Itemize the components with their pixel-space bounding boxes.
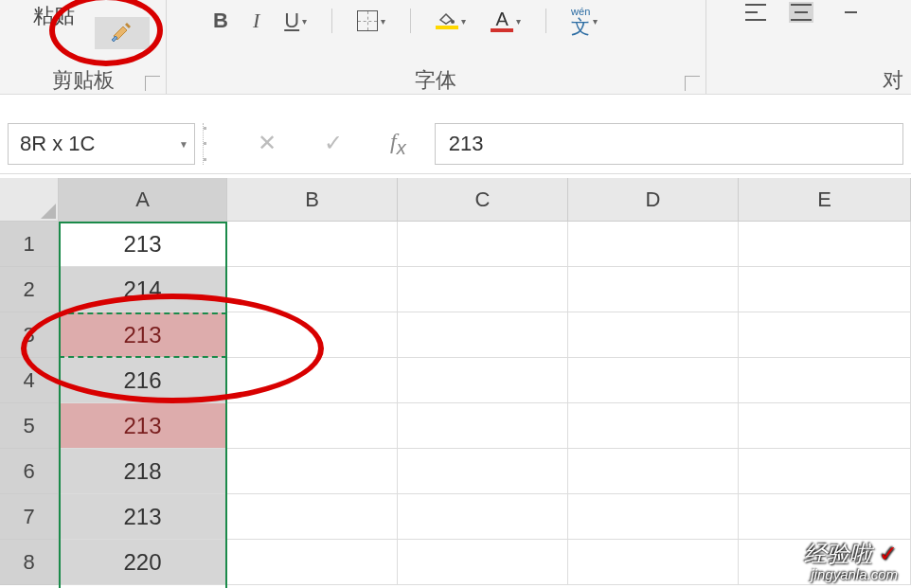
font-color-icon: A (491, 9, 513, 32)
format-painter-button[interactable] (95, 17, 150, 49)
clipboard-group-label: 剪贴板 (0, 66, 166, 95)
name-box[interactable]: 8R x 1C ▼ (8, 123, 195, 165)
formula-input[interactable]: 213 (435, 123, 903, 165)
wen-icon: wén 文 (571, 7, 590, 36)
svg-point-0 (451, 20, 455, 24)
cell-c8[interactable] (398, 540, 568, 585)
cell-a5[interactable]: 213 (59, 403, 227, 449)
cell-d6[interactable] (568, 449, 739, 494)
font-group-label: 字体 (166, 66, 706, 95)
cell-a7[interactable]: 213 (59, 494, 227, 540)
row-headers: 1 2 3 4 5 6 7 8 (0, 222, 59, 585)
cell-d4[interactable] (568, 358, 739, 403)
cell-c3[interactable] (398, 312, 568, 358)
dropdown-icon: ▾ (593, 16, 598, 27)
dropdown-icon: ▾ (461, 16, 466, 27)
cells: 213 214 213 216 213 (59, 222, 911, 585)
cell-e2[interactable] (739, 267, 911, 312)
brush-icon (110, 23, 134, 44)
dropdown-icon: ▾ (302, 16, 307, 27)
cell-e7[interactable] (739, 494, 911, 540)
cell-e6[interactable] (739, 449, 911, 494)
alignment-group: 对 (706, 0, 911, 95)
cell-c4[interactable] (398, 358, 568, 403)
col-header-e[interactable]: E (739, 178, 911, 222)
row-header-3[interactable]: 3 (0, 312, 59, 358)
fx-icon[interactable]: fx (390, 129, 406, 159)
row-header-4[interactable]: 4 (0, 358, 59, 403)
cell-d5[interactable] (568, 403, 739, 449)
cell-a6[interactable]: 218 (59, 449, 227, 494)
underline-button[interactable]: U ▾ (284, 7, 307, 35)
cell-d2[interactable] (568, 267, 739, 312)
italic-button[interactable]: I (253, 7, 259, 35)
dropdown-icon: ▾ (516, 16, 521, 27)
ribbon: 粘贴 剪贴板 B I U ▾ ▾ (0, 0, 911, 95)
cell-d8[interactable] (568, 540, 739, 585)
select-all-corner[interactable] (0, 178, 59, 222)
separator (545, 9, 546, 33)
cell-c1[interactable] (398, 222, 568, 267)
cell-c6[interactable] (398, 449, 568, 494)
cell-e4[interactable] (739, 358, 911, 403)
cell-e3[interactable] (739, 312, 911, 358)
cell-d1[interactable] (568, 222, 739, 267)
enter-icon[interactable]: ✓ (324, 130, 343, 156)
col-header-a[interactable]: A (59, 178, 227, 222)
alignment-group-label: 对 (883, 66, 903, 95)
cell-e1[interactable] (739, 222, 911, 267)
wen-button[interactable]: wén 文 ▾ (571, 7, 598, 35)
cell-b5[interactable] (227, 403, 398, 449)
cell-a8[interactable]: 220 (59, 540, 227, 585)
formula-bar-grip (203, 123, 222, 165)
separator (331, 9, 332, 33)
cell-a4[interactable]: 216 (59, 358, 227, 403)
fill-color-button[interactable]: ▾ (436, 7, 466, 35)
underline-letter: U (284, 9, 299, 33)
cell-b2[interactable] (227, 267, 398, 312)
separator (410, 9, 411, 33)
row-header-6[interactable]: 6 (0, 449, 59, 494)
name-box-value: 8R x 1C (20, 132, 95, 156)
row-header-1[interactable]: 1 (0, 222, 59, 267)
cell-c5[interactable] (398, 403, 568, 449)
cell-d7[interactable] (568, 494, 739, 540)
font-launcher[interactable] (685, 76, 700, 91)
column-headers: A B C D E (59, 178, 911, 222)
cell-e5[interactable] (739, 403, 911, 449)
paste-button-label[interactable]: 粘贴 (33, 2, 75, 30)
cell-b4[interactable] (227, 358, 398, 403)
align-right-button[interactable] (834, 2, 859, 23)
border-icon (357, 10, 378, 31)
cell-a2[interactable]: 214 (59, 267, 227, 312)
formula-bar: 8R x 1C ▼ ✕ ✓ fx 213 (0, 114, 911, 174)
col-header-b[interactable]: B (227, 178, 398, 222)
clipboard-launcher[interactable] (145, 76, 160, 91)
cell-b7[interactable] (227, 494, 398, 540)
cell-b6[interactable] (227, 449, 398, 494)
row-header-2[interactable]: 2 (0, 267, 59, 312)
cell-a3[interactable]: 213 (59, 312, 227, 358)
row-header-8[interactable]: 8 (0, 540, 59, 585)
cell-b1[interactable] (227, 222, 398, 267)
cell-c7[interactable] (398, 494, 568, 540)
cell-d3[interactable] (568, 312, 739, 358)
row-header-7[interactable]: 7 (0, 494, 59, 540)
col-header-d[interactable]: D (568, 178, 739, 222)
col-header-c[interactable]: C (398, 178, 568, 222)
bold-button[interactable]: B (213, 7, 228, 35)
cancel-icon[interactable]: ✕ (258, 130, 277, 156)
formula-input-value: 213 (449, 132, 484, 156)
align-center-button[interactable] (789, 2, 813, 23)
cell-b8[interactable] (227, 540, 398, 585)
align-left-button[interactable] (743, 2, 768, 23)
cell-c2[interactable] (398, 267, 568, 312)
cell-b3[interactable] (227, 312, 398, 358)
row-header-5[interactable]: 5 (0, 403, 59, 449)
font-group: B I U ▾ ▾ ▾ A (166, 0, 706, 95)
cell-e8[interactable] (739, 540, 911, 585)
cell-a1[interactable]: 213 (59, 222, 227, 267)
font-color-button[interactable]: A ▾ (491, 7, 521, 35)
border-button[interactable]: ▾ (357, 7, 385, 35)
clipboard-group: 粘贴 剪贴板 (0, 0, 166, 95)
